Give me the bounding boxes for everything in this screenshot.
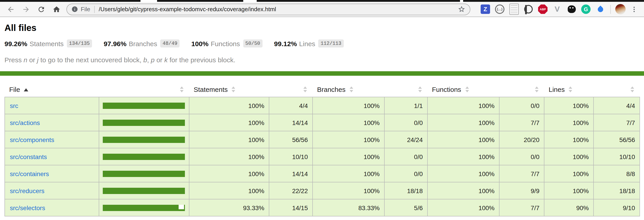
table-row: src/constants 100% 10/10 100% 0/0 100% 0… <box>5 148 640 165</box>
sort-icon[interactable] <box>418 86 422 92</box>
table-row: src 100% 4/4 100% 1/1 100% 0/0 100% 4/4 <box>5 97 640 114</box>
sort-icon[interactable] <box>535 86 538 92</box>
coverage-bar-empty <box>178 205 184 209</box>
functions-pct-cell: 100% <box>428 97 499 114</box>
file-cell: src/constants <box>5 148 99 165</box>
extensions-row: Z {…} ABP V G <box>476 4 638 14</box>
statements-raw-cell: 4/4 <box>269 97 312 114</box>
hint-segment: j <box>37 56 38 64</box>
kebab-menu-icon <box>630 5 638 13</box>
kuker-extension-icon[interactable] <box>567 4 576 14</box>
metric-percentage: 97.96% <box>104 40 126 47</box>
file-cell: src/selectors <box>5 199 99 216</box>
notes-extension-icon[interactable] <box>509 4 519 14</box>
lines-pct-cell: 100% <box>544 114 594 131</box>
branches-raw-cell: 1/1 <box>384 97 428 114</box>
bar-cell <box>99 148 189 165</box>
branches-pct-cell: 100% <box>312 148 384 165</box>
sort-ascending-icon <box>24 88 28 91</box>
file-link[interactable]: src/constants <box>10 153 47 160</box>
url-text[interactable]: /Users/gleb/git/cypress-example-todomvc-… <box>99 6 454 12</box>
statements-pct-cell: 100% <box>189 114 269 131</box>
lines-raw-cell: 18/18 <box>594 182 640 199</box>
home-button[interactable] <box>51 4 62 14</box>
sort-icon[interactable] <box>303 86 307 92</box>
zenhub-extension-icon[interactable]: Z <box>481 4 490 14</box>
json-viewer-extension-icon[interactable]: {…} <box>495 4 504 14</box>
vue-devtools-extension-icon[interactable]: V <box>552 4 562 14</box>
bar-cell <box>99 199 189 216</box>
browser-toolbar: File /Users/gleb/git/cypress-example-tod… <box>0 2 644 17</box>
lines-pct-cell: 100% <box>544 131 594 148</box>
url-bar[interactable]: File /Users/gleb/git/cypress-example-tod… <box>66 3 470 15</box>
file-link[interactable]: src <box>10 102 18 109</box>
sort-icon[interactable] <box>232 86 236 92</box>
branches-raw-cell: 24/24 <box>384 131 428 148</box>
functions-raw-cell: 0/0 <box>499 97 544 114</box>
file-link[interactable]: src/actions <box>10 119 40 126</box>
coverage-bar <box>103 154 185 160</box>
lines-raw-cell: 4/4 <box>594 97 640 114</box>
functions-pct-cell: 100% <box>428 182 499 199</box>
metric-label: Lines <box>299 40 315 47</box>
file-link[interactable]: src/reducers <box>10 187 44 194</box>
column-header-lines-raw[interactable] <box>594 82 640 97</box>
column-header-functions-raw[interactable] <box>499 82 544 97</box>
metric-fraction-badge: 112/113 <box>318 39 344 47</box>
column-header-functions[interactable]: Functions <box>428 82 499 97</box>
sort-icon[interactable] <box>180 86 183 92</box>
onepassword-extension-icon[interactable] <box>524 4 533 14</box>
hint-segment: for the previous block. <box>168 56 236 64</box>
flame-extension-icon[interactable] <box>596 4 605 14</box>
metric-label: Statements <box>30 40 64 47</box>
statements-pct-cell: 100% <box>189 131 269 148</box>
column-header-branches-raw[interactable] <box>384 82 428 97</box>
info-icon[interactable] <box>71 6 78 12</box>
metric-percentage: 100% <box>191 40 208 47</box>
back-button[interactable] <box>6 4 16 14</box>
sort-icon[interactable] <box>569 86 572 92</box>
home-icon <box>52 5 60 13</box>
column-header-lines[interactable]: Lines <box>544 82 594 97</box>
file-link[interactable]: src/containers <box>10 170 49 177</box>
branches-raw-cell: 0/0 <box>384 148 428 165</box>
hint-segment: or <box>154 56 164 64</box>
lines-pct-cell: 100% <box>544 165 594 182</box>
reload-button[interactable] <box>36 4 47 14</box>
grammarly-extension-icon[interactable]: G <box>581 4 590 14</box>
chrome-menu-button[interactable] <box>630 5 638 14</box>
forward-button[interactable] <box>21 4 32 14</box>
table-row: src/containers 100% 14/14 100% 0/0 100% … <box>5 165 640 182</box>
functions-pct-cell: 100% <box>428 148 499 165</box>
keyboard-hint: Press n or j to go to the next uncovered… <box>4 56 640 64</box>
statements-raw-cell: 10/10 <box>269 148 312 165</box>
file-link[interactable]: src/selectors <box>10 204 45 211</box>
statements-raw-cell: 22/22 <box>269 182 312 199</box>
table-row: src/reducers 100% 22/22 100% 18/18 100% … <box>5 182 640 199</box>
table-row: src/components 100% 56/56 100% 24/24 100… <box>5 131 640 148</box>
column-header-bar[interactable] <box>99 82 189 97</box>
column-header-statements-raw[interactable] <box>269 82 312 97</box>
bar-cell <box>99 182 189 199</box>
summary-metric: 97.96% Branches 48/49 <box>104 39 180 47</box>
coverage-bar <box>103 119 185 126</box>
profile-avatar[interactable] <box>615 4 626 14</box>
statements-pct-cell: 100% <box>189 165 269 182</box>
bar-cell <box>99 97 189 114</box>
bookmark-star-icon[interactable] <box>458 5 466 13</box>
column-header-branches[interactable]: Branches <box>312 82 384 97</box>
file-link[interactable]: src/components <box>10 136 54 143</box>
hint-segment: to go to the next uncovered block, <box>38 56 144 64</box>
summary-metric: 99.26% Statements 134/135 <box>4 39 92 47</box>
adblock-plus-extension-icon[interactable]: ABP <box>538 4 548 14</box>
lines-pct-cell: 100% <box>544 148 594 165</box>
lines-raw-cell: 10/10 <box>594 148 640 165</box>
column-header-statements[interactable]: Statements <box>189 82 269 97</box>
lines-raw-cell: 8/8 <box>594 165 640 182</box>
metric-label: Branches <box>129 40 157 47</box>
column-header-file[interactable]: File <box>5 82 99 97</box>
sort-icon[interactable] <box>465 86 469 92</box>
sort-icon[interactable] <box>350 86 353 92</box>
metric-percentage: 99.12% <box>274 40 297 47</box>
sort-icon[interactable] <box>630 86 634 92</box>
